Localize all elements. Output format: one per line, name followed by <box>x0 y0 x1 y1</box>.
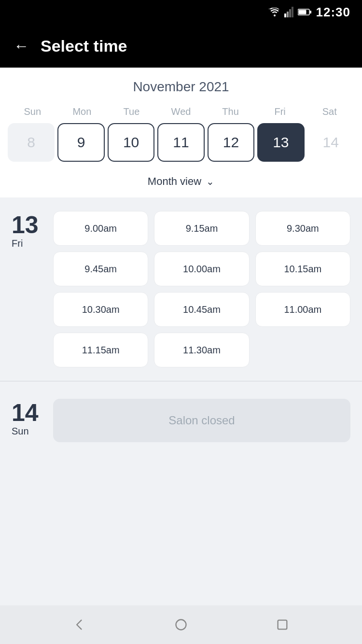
day-header-wed: Wed <box>156 104 206 119</box>
back-nav-button[interactable] <box>69 614 90 635</box>
svg-rect-8 <box>278 620 287 630</box>
time-slot-1015am[interactable]: 10.15am <box>255 252 350 286</box>
day-cell-12[interactable]: 12 <box>208 123 254 162</box>
time-slot-1000am[interactable]: 10.00am <box>154 252 249 286</box>
time-slot-1100am[interactable]: 11.00am <box>255 292 350 327</box>
time-slot-900am[interactable]: 9.00am <box>53 211 148 246</box>
time-slot-1115am[interactable]: 11.15am <box>53 333 148 367</box>
day-name-14: Sun <box>12 426 45 437</box>
time-grid-13: 9.00am 9.15am 9.30am 9.45am 10.00am 10.1… <box>53 211 350 367</box>
calendar-section: November 2021 Sun Mon Tue Wed Thu Fri Sa… <box>0 68 362 197</box>
day-cell-13[interactable]: 13 <box>257 123 304 162</box>
day-header-tue: Tue <box>107 104 156 119</box>
month-title: November 2021 <box>8 79 354 95</box>
day-block-13: 13 Fri 9.00am 9.15am 9.30am 9.45am 10.00… <box>0 197 362 377</box>
wifi-icon <box>269 8 280 16</box>
app-header: ← Select time <box>0 24 362 68</box>
svg-rect-2 <box>289 9 291 17</box>
day-number-13: 13 <box>12 213 45 237</box>
day-cell-8[interactable]: 8 <box>8 123 55 162</box>
day-header-fri: Fri <box>255 104 305 119</box>
recent-nav-button[interactable] <box>272 614 293 635</box>
svg-rect-6 <box>310 11 311 14</box>
recent-square-icon <box>276 618 289 631</box>
day-headers: Sun Mon Tue Wed Thu Fri Sat <box>8 104 354 119</box>
home-circle-icon <box>174 618 188 631</box>
page-title: Select time <box>41 37 127 56</box>
day-block-14: 14 Sun Salon closed <box>0 385 362 452</box>
svg-rect-0 <box>284 14 286 17</box>
svg-rect-3 <box>292 7 293 17</box>
salon-closed-label: Salon closed <box>53 399 350 442</box>
svg-point-7 <box>176 620 186 630</box>
day-cell-14[interactable]: 14 <box>307 123 354 162</box>
time-slot-1045am[interactable]: 10.45am <box>154 292 249 327</box>
day-cell-9[interactable]: 9 <box>57 123 104 162</box>
back-triangle-icon <box>73 618 86 631</box>
day-name-13: Fri <box>12 238 45 249</box>
chevron-down-icon: ⌄ <box>206 176 214 187</box>
time-slot-930am[interactable]: 9.30am <box>255 211 350 246</box>
back-button[interactable]: ← <box>14 38 29 54</box>
day-cell-10[interactable]: 10 <box>108 123 154 162</box>
day-header-sat: Sat <box>305 104 354 119</box>
status-icons <box>269 7 311 17</box>
time-slot-945am[interactable]: 9.45am <box>53 252 148 286</box>
week-row: 8 9 10 11 12 13 14 <box>8 123 354 168</box>
month-view-label: Month view <box>148 175 201 188</box>
time-slot-1130am[interactable]: 11.30am <box>154 333 249 367</box>
svg-rect-5 <box>298 10 306 14</box>
day-number-14: 14 <box>12 401 45 425</box>
time-slot-915am[interactable]: 9.15am <box>154 211 249 246</box>
month-view-toggle[interactable]: Month view ⌄ <box>8 168 354 197</box>
day-label-14: 14 Sun <box>12 399 45 437</box>
day-header-sun: Sun <box>8 104 57 119</box>
day-label-13: 13 Fri <box>12 211 45 249</box>
time-slot-1030am[interactable]: 10.30am <box>53 292 148 327</box>
day-cell-11[interactable]: 11 <box>157 123 204 162</box>
home-nav-button[interactable] <box>170 614 192 635</box>
day-header-mon: Mon <box>57 104 107 119</box>
battery-icon <box>298 8 311 16</box>
status-time: 12:30 <box>316 5 351 20</box>
day-header-thu: Thu <box>206 104 255 119</box>
time-slots-section: 13 Fri 9.00am 9.15am 9.30am 9.45am 10.00… <box>0 197 362 605</box>
bottom-nav <box>0 605 362 644</box>
svg-rect-1 <box>287 12 289 17</box>
section-divider <box>0 381 362 381</box>
status-bar: 12:30 <box>0 0 362 24</box>
signal-icon <box>284 7 294 17</box>
